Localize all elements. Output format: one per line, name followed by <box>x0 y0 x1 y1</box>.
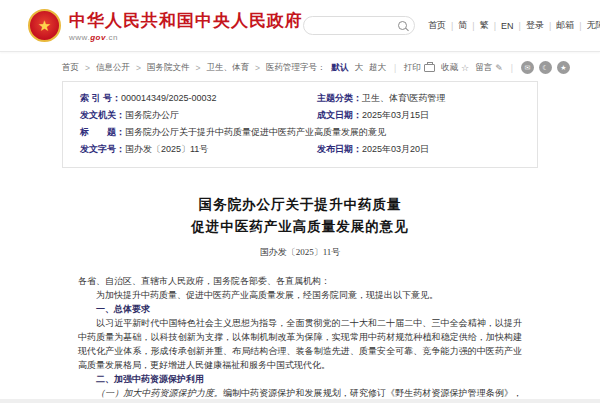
site-header: ★ 中华人民共和国中央人民政府 www.gov.cn 首页|简|繁|EN|登录|… <box>0 0 600 52</box>
top-nav: 首页|简|繁|EN|登录|邮箱|无障碍 <box>428 19 600 32</box>
meta-index: 索 引 号：000014349/2025-00032 <box>63 90 300 107</box>
paragraph-lead: （一）加大中药资源保护力度。 <box>96 388 223 398</box>
meta-doc-no: 发文字号：国办发〔2025〕11号 <box>63 141 300 158</box>
article-paragraph: 以习近平新时代中国特色社会主义思想为指导，全面贯彻党的二十大和二十届二中、三中全… <box>78 316 522 372</box>
site-url-gov: gov <box>90 33 106 42</box>
article-doc-number: 国办发〔2025〕11号 <box>78 246 522 259</box>
printer-icon <box>424 64 435 72</box>
favorite-label: 收藏 <box>441 62 458 74</box>
print-button[interactable]: 打印 <box>404 62 435 74</box>
divider: | <box>511 63 513 73</box>
bottom-strip <box>0 399 600 403</box>
breadcrumb-separator: > <box>255 63 260 73</box>
national-emblem-icon: ★ <box>28 9 61 42</box>
nav-separator: | <box>494 21 496 31</box>
comment-label: 留言 <box>475 62 492 74</box>
nav-separator: | <box>472 21 474 31</box>
share-icons: ✉☾★ <box>521 61 570 74</box>
article-paragraph: 为加快提升中药质量、促进中医药产业高质量发展，经国务院同意，现提出以下意见。 <box>78 288 522 302</box>
page-tools: 字号： 默认 大 超大 | 打印 收藏 ☆ 留言 ✎ | ✉☾★ <box>300 61 570 74</box>
section-heading: 二、加强中药资源保护利用 <box>78 372 522 386</box>
toolbar-row: 首页>信息公开>国务院文件>卫生、体育>医药管理 字号： 默认 大 超大 | 打… <box>62 52 538 81</box>
doc-meta-table: 索 引 号：000014349/2025-00032 主题分类：卫生、体育\医药… <box>62 81 538 168</box>
favorite-button[interactable]: 收藏 ☆ <box>441 62 469 74</box>
breadcrumb-item[interactable]: 国务院文件 <box>147 62 190 74</box>
meta-doc-no-label: 发文字号： <box>80 144 125 154</box>
nav-link[interactable]: EN <box>501 21 514 31</box>
meta-topic: 主题分类：卫生、体育\医药管理 <box>300 90 537 107</box>
breadcrumb-separator: > <box>85 63 90 73</box>
divider: | <box>394 63 396 73</box>
meta-issuer-label: 发文机关： <box>80 110 125 120</box>
meta-title: 标 题：国务院办公厅关于提升中药质量促进中医药产业高质量发展的意见 <box>63 124 537 141</box>
breadcrumb-item[interactable]: 医药管理 <box>266 62 300 74</box>
search-input[interactable] <box>311 20 398 32</box>
site-url: www.gov.cn <box>69 33 303 42</box>
breadcrumb-separator: > <box>195 63 200 73</box>
meta-title-label: 标 题： <box>80 127 125 137</box>
meta-issuer-value: 国务院办公厅 <box>125 110 179 120</box>
font-size-large-button[interactable]: 大 <box>354 62 363 74</box>
meta-doc-no-value: 国办发〔2025〕11号 <box>125 144 208 154</box>
share-qzone-icon[interactable]: ★ <box>557 61 570 74</box>
nav-link[interactable]: 邮箱 <box>556 19 574 32</box>
logo-text: 中华人民共和国中央人民政府 www.gov.cn <box>69 9 303 42</box>
site-url-prefix: www. <box>69 33 90 42</box>
print-label: 打印 <box>404 62 421 74</box>
pencil-icon: ✎ <box>495 63 503 73</box>
nav-link[interactable]: 首页 <box>428 19 446 32</box>
breadcrumb-item[interactable]: 卫生、体育 <box>206 62 249 74</box>
nav-link[interactable]: 繁 <box>480 19 489 32</box>
meta-date-written-value: 2025年03月15日 <box>362 110 429 120</box>
site-url-suffix: .cn <box>106 33 118 42</box>
comment-button[interactable]: 留言 ✎ <box>475 62 503 74</box>
share-wechat-icon[interactable]: ✉ <box>521 61 534 74</box>
breadcrumb: 首页>信息公开>国务院文件>卫生、体育>医药管理 <box>62 62 300 74</box>
nav-separator: | <box>579 21 581 31</box>
search-icon[interactable] <box>398 21 407 30</box>
breadcrumb-item[interactable]: 信息公开 <box>96 62 130 74</box>
nav-separator: | <box>451 21 453 31</box>
article: 国务院办公厅关于提升中药质量 促进中医药产业高质量发展的意见 国办发〔2025〕… <box>78 168 522 403</box>
article-title: 国务院办公厅关于提升中药质量 促进中医药产业高质量发展的意见 <box>78 194 522 239</box>
breadcrumb-item[interactable]: 首页 <box>62 62 79 74</box>
site-title: 中华人民共和国中央人民政府 <box>69 9 303 32</box>
meta-index-value: 000014349/2025-00032 <box>121 93 217 103</box>
meta-issuer: 发文机关：国务院办公厅 <box>63 107 300 124</box>
meta-topic-label: 主题分类： <box>317 93 362 103</box>
star-icon: ☆ <box>461 63 469 73</box>
article-title-line1: 国务院办公厅关于提升中药质量 <box>78 194 522 216</box>
nav-separator: | <box>519 21 521 31</box>
section-heading: 一、总体要求 <box>78 302 522 316</box>
nav-link[interactable]: 无障碍 <box>587 19 600 32</box>
nav-link[interactable]: 简 <box>458 19 467 32</box>
nav-separator: | <box>549 21 551 31</box>
meta-date-published: 发布日期：2025年03月20日 <box>300 141 537 158</box>
breadcrumb-separator: > <box>136 63 141 73</box>
meta-topic-value: 卫生、体育\医药管理 <box>362 93 446 103</box>
meta-date-published-value: 2025年03月20日 <box>362 144 429 154</box>
article-paragraph: 各省、自治区、直辖市人民政府，国务院各部委、各直属机构： <box>78 274 522 288</box>
meta-title-value: 国务院办公厅关于提升中药质量促进中医药产业高质量发展的意见 <box>125 127 386 137</box>
meta-index-label: 索 引 号： <box>80 93 121 103</box>
font-size-xlarge-button[interactable]: 超大 <box>369 62 386 74</box>
meta-date-written: 成文日期：2025年03月15日 <box>300 107 537 124</box>
share-weibo-icon[interactable]: ☾ <box>539 61 552 74</box>
site-logo[interactable]: ★ 中华人民共和国中央人民政府 www.gov.cn <box>28 9 303 42</box>
article-title-line2: 促进中医药产业高质量发展的意见 <box>78 216 522 238</box>
font-size-label: 字号： <box>300 62 326 74</box>
meta-date-written-label: 成文日期： <box>317 110 362 120</box>
meta-date-published-label: 发布日期： <box>317 144 362 154</box>
header-right: 首页|简|繁|EN|登录|邮箱|无障碍 <box>303 16 600 35</box>
font-size-default-button[interactable]: 默认 <box>331 62 348 74</box>
article-body: 各省、自治区、直辖市人民政府，国务院各部委、各直属机构：为加快提升中药质量、促进… <box>78 274 522 403</box>
search-box[interactable] <box>303 16 415 35</box>
nav-link[interactable]: 登录 <box>526 19 544 32</box>
